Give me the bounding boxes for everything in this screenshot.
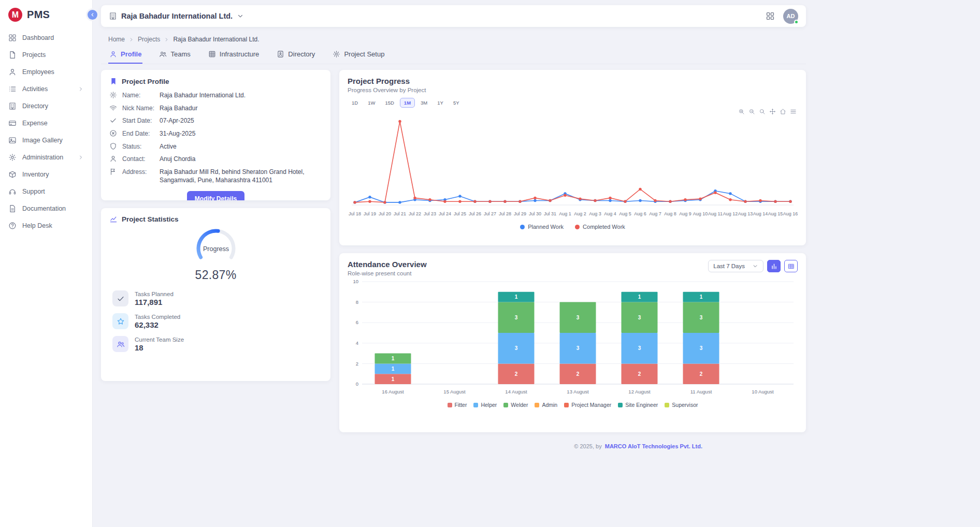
tab-profile[interactable]: Profile bbox=[108, 47, 142, 64]
stat-value: 18 bbox=[135, 343, 184, 352]
legend-completed-work[interactable]: Completed Work bbox=[575, 224, 625, 230]
range-5y-button[interactable]: 5Y bbox=[449, 98, 464, 108]
project-progress-panel: Project Progress Progress Overview by Pr… bbox=[339, 70, 806, 245]
footer-company-link[interactable]: MARCO AIoT Technologies Pvt. Ltd. bbox=[605, 443, 702, 449]
svg-text:1: 1 bbox=[392, 366, 395, 372]
home-icon[interactable] bbox=[780, 108, 786, 115]
legend-marker bbox=[618, 403, 623, 407]
range-1m-button[interactable]: 1M bbox=[400, 98, 415, 108]
profile-field-address: Address:Raja Bahadur Mill Rd, behind She… bbox=[109, 168, 322, 184]
sidebar-item-dashboard[interactable]: Dashboard bbox=[0, 29, 92, 46]
field-value: Anuj Chordia bbox=[160, 155, 195, 163]
field-label: Address: bbox=[122, 168, 154, 176]
zoom-in-icon[interactable] bbox=[738, 108, 745, 115]
svg-text:3: 3 bbox=[700, 315, 703, 320]
chevron-right-icon bbox=[128, 37, 134, 42]
company-name: Raja Bahadur International Ltd. bbox=[121, 12, 233, 20]
svg-text:Aug 6: Aug 6 bbox=[634, 211, 646, 216]
range-1y-button[interactable]: 1Y bbox=[433, 98, 448, 108]
range-1w-button[interactable]: 1W bbox=[364, 98, 379, 108]
legend-planned-work[interactable]: Planned Work bbox=[520, 224, 564, 230]
sidebar-item-documentation[interactable]: Documentation bbox=[0, 200, 92, 217]
chart-line-icon bbox=[109, 215, 118, 223]
legend-site-engineer[interactable]: Site Engineer bbox=[618, 402, 658, 408]
legend-marker bbox=[473, 403, 478, 407]
sidebar-item-help-desk[interactable]: Help Desk bbox=[0, 217, 92, 234]
legend-admin[interactable]: Admin bbox=[535, 402, 557, 408]
date-range-select[interactable]: Last 7 Days bbox=[708, 260, 763, 272]
project-statistics-card: Project Statistics Progress 52.87% Tasks… bbox=[101, 208, 330, 381]
range-3m-button[interactable]: 3M bbox=[416, 98, 431, 108]
profile-field-end-date: End Date:31-Aug-2025 bbox=[109, 129, 322, 138]
svg-text:Aug 1: Aug 1 bbox=[559, 211, 571, 216]
menu-icon[interactable] bbox=[790, 108, 797, 115]
sidebar-item-label: Directory bbox=[22, 103, 48, 110]
tab-bar: ProfileTeamsInfrastructureDirectoryProje… bbox=[101, 45, 806, 64]
sidebar-item-directory[interactable]: Directory bbox=[0, 97, 92, 114]
legend-helper[interactable]: Helper bbox=[473, 402, 497, 408]
pan-icon[interactable] bbox=[769, 108, 776, 115]
sidebar-item-support[interactable]: Support bbox=[0, 183, 92, 200]
sidebar-item-employees[interactable]: Employees bbox=[0, 63, 92, 80]
svg-text:Progress: Progress bbox=[203, 245, 228, 253]
user-avatar[interactable]: AD bbox=[783, 9, 798, 24]
attendance-title: Attendance Overview bbox=[348, 260, 427, 269]
sidebar-nav: DashboardProjectsEmployeesActivitiesDire… bbox=[0, 29, 92, 234]
profile-field-start-date: Start Date:07-Apr-2025 bbox=[109, 116, 322, 125]
svg-text:Jul 21: Jul 21 bbox=[394, 211, 406, 216]
svg-text:Jul 19: Jul 19 bbox=[364, 211, 376, 216]
tab-project-setup[interactable]: Project Setup bbox=[332, 47, 385, 64]
company-selector[interactable]: Raja Bahadur International Ltd. bbox=[109, 12, 244, 20]
svg-text:Jul 30: Jul 30 bbox=[529, 211, 541, 216]
sidebar-item-inventory[interactable]: Inventory bbox=[0, 166, 92, 183]
gear-icon bbox=[8, 153, 17, 162]
sidebar-item-activities[interactable]: Activities bbox=[0, 80, 92, 97]
svg-text:Aug 2: Aug 2 bbox=[574, 211, 586, 216]
legend-fitter[interactable]: Fitter bbox=[448, 402, 467, 408]
svg-text:Jul 24: Jul 24 bbox=[439, 211, 451, 216]
tab-teams[interactable]: Teams bbox=[158, 47, 191, 64]
apps-grid-icon[interactable] bbox=[766, 11, 775, 21]
sidebar-item-label: Image Gallery bbox=[22, 137, 63, 144]
sidebar-item-label: Documentation bbox=[22, 205, 66, 212]
chart-view-button[interactable] bbox=[767, 260, 781, 272]
tab-infrastructure[interactable]: Infrastructure bbox=[207, 47, 261, 64]
logo-icon: M bbox=[8, 8, 22, 22]
stat-tasks-planned: Tasks Planned117,891 bbox=[109, 290, 322, 306]
range-15d-button[interactable]: 15D bbox=[381, 98, 398, 108]
stat-label: Tasks Planned bbox=[135, 291, 174, 297]
breadcrumb-item-home[interactable]: Home bbox=[108, 36, 125, 43]
svg-text:3: 3 bbox=[700, 345, 703, 351]
sidebar-item-image-gallery[interactable]: Image Gallery bbox=[0, 131, 92, 149]
svg-text:Jul 31: Jul 31 bbox=[544, 211, 556, 216]
breadcrumb-item-projects[interactable]: Projects bbox=[138, 36, 160, 43]
online-status-dot bbox=[794, 20, 799, 24]
chart-toolbar bbox=[738, 108, 797, 115]
range-1d-button[interactable]: 1D bbox=[348, 98, 362, 108]
app-name: PMS bbox=[27, 9, 50, 21]
sidebar-item-administration[interactable]: Administration bbox=[0, 149, 92, 166]
field-value: 07-Apr-2025 bbox=[160, 116, 194, 125]
zoom-out-icon[interactable] bbox=[748, 108, 755, 115]
check-icon bbox=[112, 290, 128, 306]
svg-text:Aug 14: Aug 14 bbox=[753, 211, 768, 216]
chevron-right-icon bbox=[78, 86, 84, 92]
table-view-button[interactable] bbox=[784, 260, 798, 272]
modify-details-button[interactable]: Modify Details bbox=[187, 191, 244, 201]
sidebar-item-projects[interactable]: Projects bbox=[0, 46, 92, 63]
field-label: Contact: bbox=[122, 155, 154, 163]
svg-text:2: 2 bbox=[356, 361, 358, 367]
sidebar-item-expense[interactable]: Expense bbox=[0, 114, 92, 131]
progress-panel-subtitle: Progress Overview by Project bbox=[348, 87, 798, 93]
legend-project-manager[interactable]: Project Manager bbox=[564, 402, 611, 408]
attendance-chart-legend: FitterHelperWelderAdminProject ManagerSi… bbox=[348, 402, 798, 408]
legend-supervisor[interactable]: Supervisor bbox=[665, 402, 698, 408]
tab-directory[interactable]: Directory bbox=[276, 47, 316, 64]
svg-text:1: 1 bbox=[392, 356, 395, 361]
legend-welder[interactable]: Welder bbox=[503, 402, 528, 408]
magnifier-icon[interactable] bbox=[759, 108, 766, 115]
stat-value: 117,891 bbox=[135, 298, 174, 306]
app-logo[interactable]: M PMS bbox=[0, 0, 92, 29]
sidebar-collapse-button[interactable] bbox=[88, 10, 97, 20]
sidebar-item-label: Support bbox=[22, 188, 45, 195]
